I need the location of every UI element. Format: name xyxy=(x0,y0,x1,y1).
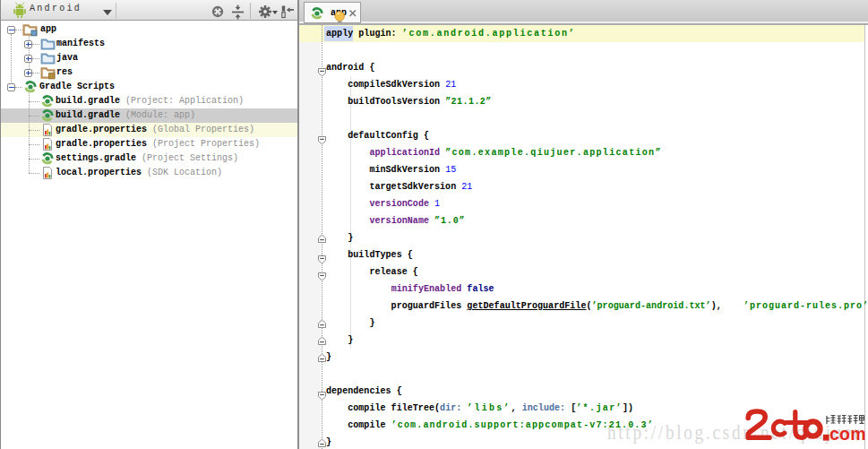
svg-text:com: com xyxy=(829,424,866,444)
